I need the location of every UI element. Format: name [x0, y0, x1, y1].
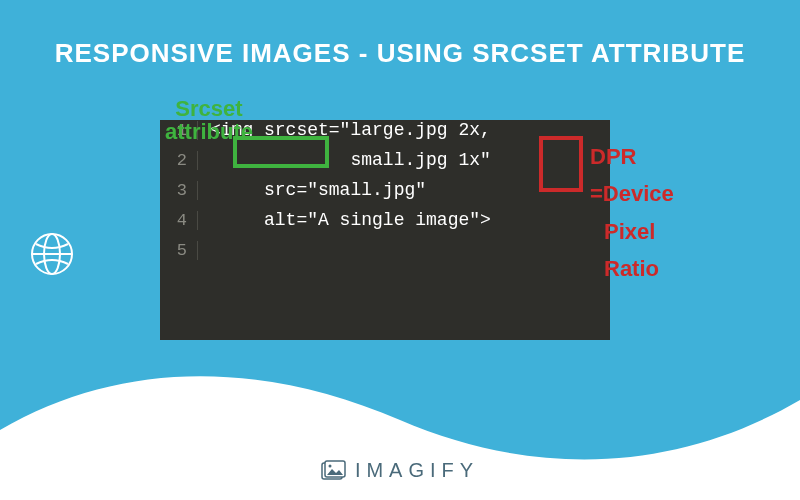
- dpr-annotation-label: DPR =Device Pixel Ratio: [590, 138, 674, 288]
- brand-text: IMAGIFY: [355, 459, 479, 482]
- code-line: 5: [160, 240, 610, 270]
- code-text: alt="A single image">: [210, 210, 491, 230]
- srcset-highlight-box: [233, 136, 329, 168]
- code-text: [210, 240, 221, 260]
- code-text: src="small.jpg": [210, 180, 426, 200]
- line-number: 2: [160, 151, 198, 170]
- dpr-highlight-box: [539, 136, 583, 192]
- brand-icon: [321, 460, 347, 482]
- page-title: RESPONSIVE IMAGES - USING SRCSET ATTRIBU…: [0, 0, 800, 69]
- brand-logo: IMAGIFY: [0, 459, 800, 482]
- line-number: 3: [160, 181, 198, 200]
- line-number: 4: [160, 211, 198, 230]
- line-number: 5: [160, 241, 198, 260]
- globe-icon: [28, 230, 76, 278]
- svg-point-5: [328, 464, 331, 467]
- code-line: 4 alt="A single image">: [160, 210, 610, 240]
